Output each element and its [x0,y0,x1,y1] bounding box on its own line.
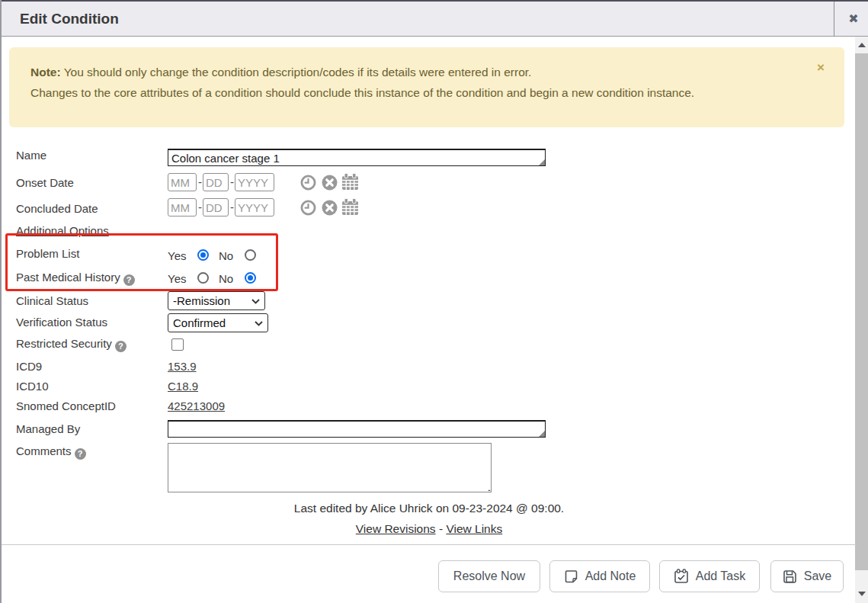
pmh-no-radio[interactable] [245,272,256,284]
concluded-day-input[interactable] [203,198,229,217]
resolve-now-button[interactable]: Resolve Now [438,560,540,592]
problem-list-label: Problem List [16,247,79,260]
note-line2: Changes to the core attributes of a cond… [30,86,694,99]
help-icon[interactable]: ? [75,448,86,460]
onset-date-field: - - [168,173,366,193]
task-calendar-icon [674,569,689,584]
pmh-yes-label: Yes [168,272,186,285]
chevron-down-icon [251,299,260,304]
scroll-up-arrow-icon[interactable] [855,39,868,52]
pmh-no-label: No [219,272,233,285]
concluded-year-input[interactable] [235,198,274,217]
add-task-label: Add Task [696,569,746,583]
name-input[interactable] [168,149,546,166]
verification-status-select[interactable]: Confirmed [168,313,268,332]
name-label: Name [16,149,46,162]
scroll-down-arrow-icon[interactable] [855,588,868,601]
problem-list-no-label: No [219,249,233,262]
note-label: Note: [30,66,61,79]
add-note-label: Add Note [585,569,636,583]
save-button[interactable]: Save [770,560,844,592]
problem-list-yes-label: Yes [168,249,186,262]
note-dismiss-icon[interactable]: × [817,61,825,74]
concluded-date-field: - - [168,198,366,218]
clear-date-icon[interactable] [321,199,338,217]
clinical-status-value: -Remission [173,294,230,307]
icd10-label: ICD10 [16,380,49,393]
onset-year-input[interactable] [235,173,274,191]
dialog-title: Edit Condition [20,2,119,37]
onset-day-input[interactable] [203,173,229,191]
verification-status-value: Confirmed [173,316,226,329]
managed-by-input[interactable] [168,420,546,438]
snomed-conceptid-label: Snomed ConceptID [16,399,116,412]
icd9-label: ICD9 [16,360,42,373]
comments-label-text: Comments [16,444,72,457]
edit-condition-dialog: Edit Condition ✖ Note: You should only c… [0,0,868,603]
comments-textarea[interactable] [168,443,492,492]
restricted-security-label-text: Restricted Security [16,337,112,350]
last-edited-text: Last edited by Alice Uhrick on 09-23-202… [2,502,857,515]
add-note-button[interactable]: Add Note [549,560,650,592]
resolve-now-label: Resolve Now [453,569,525,583]
icd10-link[interactable]: C18.9 [168,380,198,393]
date-separator: - [230,200,234,213]
clock-icon[interactable] [299,199,317,217]
date-separator: - [198,200,202,213]
save-floppy-icon [783,569,797,584]
additional-options-link[interactable]: Additional Options [16,224,109,237]
add-task-button[interactable]: Add Task [659,560,760,592]
restricted-security-label: Restricted Security? [16,337,127,352]
note-text: Note: You should only change the conditi… [30,62,747,103]
input-resize-grip [539,431,545,437]
problem-list-yes-radio[interactable] [197,249,209,261]
help-icon[interactable]: ? [115,341,127,352]
clock-icon[interactable] [299,174,317,191]
help-icon[interactable]: ? [123,274,135,286]
comments-label: Comments? [16,444,86,460]
note-line1: You should only change the condition des… [64,66,532,79]
save-label: Save [804,569,831,583]
verification-status-label: Verification Status [16,316,107,329]
date-separator: - [230,175,234,188]
concluded-month-input[interactable] [168,198,197,217]
icd9-link[interactable]: 153.9 [168,360,197,373]
calendar-icon[interactable] [341,198,359,216]
past-medical-history-label-text: Past Medical History [16,271,120,284]
scrollbar-thumb[interactable] [855,53,868,570]
restricted-security-checkbox[interactable] [171,338,184,351]
note-icon [564,569,578,584]
date-separator: - [198,175,202,188]
close-icon[interactable]: ✖ [840,2,867,37]
clinical-status-select[interactable]: -Remission [168,291,265,310]
past-medical-history-label: Past Medical History? [16,271,135,286]
chevron-down-icon [255,321,263,326]
calendar-icon[interactable] [341,173,359,191]
concluded-date-label: Concluded Date [16,202,98,215]
footer-links: View Revisions - View Links [2,522,857,536]
footer-link-separator: - [439,522,443,535]
footer-divider [2,544,857,545]
vertical-scrollbar[interactable] [855,37,868,603]
clear-date-icon[interactable] [321,174,338,191]
note-banner: Note: You should only change the conditi… [9,47,844,127]
onset-month-input[interactable] [168,173,197,191]
titlebar-divider [834,2,834,37]
view-links-link[interactable]: View Links [446,522,502,535]
onset-date-label: Onset Date [16,176,74,189]
pmh-yes-radio[interactable] [197,272,209,284]
problem-list-no-radio[interactable] [245,249,256,261]
dialog-titlebar: Edit Condition ✖ [2,0,868,37]
view-revisions-link[interactable]: View Revisions [356,522,436,535]
clinical-status-label: Clinical Status [16,294,88,307]
snomed-conceptid-link[interactable]: 425213009 [168,399,225,412]
input-resize-grip [539,159,545,165]
managed-by-label: Managed By [16,422,80,435]
